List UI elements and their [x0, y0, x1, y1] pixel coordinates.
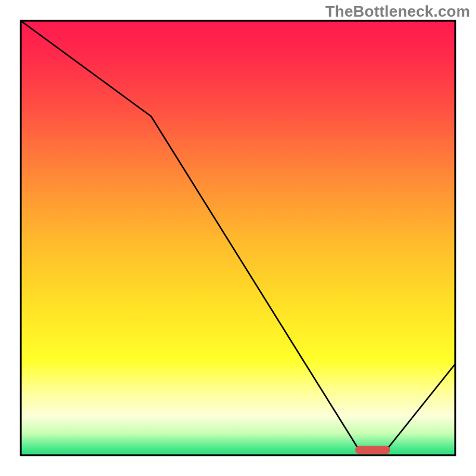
- optimal-range-marker: [355, 446, 390, 454]
- bottleneck-chart: [0, 0, 476, 476]
- plot-background: [21, 21, 455, 455]
- watermark-label: TheBottleneck.com: [325, 2, 470, 21]
- chart-stage: TheBottleneck.com: [0, 0, 476, 476]
